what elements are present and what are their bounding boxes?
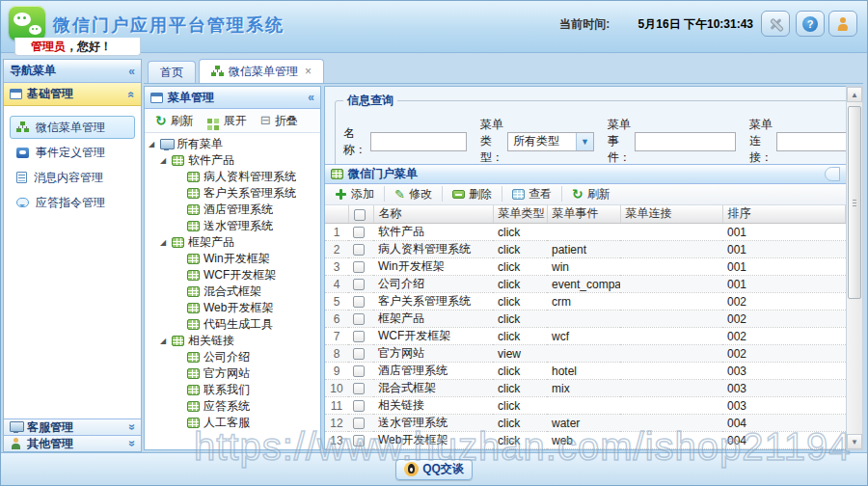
row-checkbox[interactable] <box>353 227 365 238</box>
tree-expand-all-button[interactable]: 展开 <box>203 111 252 131</box>
tree-expand-arrow-icon[interactable]: ◢ <box>158 337 168 345</box>
row-checkbox[interactable] <box>353 418 365 429</box>
table-row[interactable]: 1软件产品click001 <box>325 224 846 241</box>
cell-order: 002 <box>722 328 846 345</box>
tree-node[interactable]: ◢框架产品 <box>147 234 318 251</box>
accordion-other-management[interactable]: 其他管理 « <box>4 435 141 451</box>
table-row[interactable]: 5客户关系管理系统clickcrm002 <box>325 293 846 310</box>
sidebar-item-event-definition[interactable]: 事件定义管理 <box>10 141 135 164</box>
table-row[interactable]: 9酒店管理系统clickhotel003 <box>325 363 846 380</box>
sidebar-item-message-content[interactable]: 消息内容管理 <box>10 166 135 189</box>
sidebar-collapse-icon[interactable]: « <box>128 65 135 78</box>
table-row[interactable]: 3Win开发框架clickwin001 <box>325 258 846 276</box>
tree-collapse-all-button[interactable]: ⊟ 折叠 <box>256 111 303 131</box>
row-checkbox[interactable] <box>353 365 365 377</box>
tab-wechat-menu-management[interactable]: 微信菜单管理 × <box>199 59 324 83</box>
sidebar-item-reply-command[interactable]: 应答指令管理 <box>10 191 135 214</box>
table-icon <box>187 368 200 379</box>
delete-button[interactable]: 删除 <box>448 184 497 204</box>
row-checkbox[interactable] <box>353 400 365 412</box>
event-input[interactable] <box>635 132 736 151</box>
tree-collapse-icon[interactable]: « <box>308 91 314 104</box>
row-checkbox[interactable] <box>353 348 365 360</box>
tree-node[interactable]: 公司介绍 <box>147 349 318 365</box>
sidebar-item-wechat-menu[interactable]: 微信菜单管理 <box>10 116 135 139</box>
name-input[interactable] <box>370 132 467 151</box>
view-button[interactable]: 查看 <box>507 184 556 204</box>
col-name[interactable]: 名称 <box>373 205 493 224</box>
col-menu-event[interactable]: 菜单事件 <box>547 205 620 224</box>
table-row[interactable]: 7WCF开发框架clickwcf002 <box>325 328 846 345</box>
tree-node[interactable]: 混合式框架 <box>147 284 318 300</box>
tab-close-icon[interactable]: × <box>305 65 312 78</box>
chevron-down-icon[interactable]: « <box>125 441 139 447</box>
tree-node[interactable]: 客户关系管理系统 <box>147 185 318 202</box>
link-input[interactable] <box>776 132 846 151</box>
table-row[interactable]: 8官方网站view002 <box>325 345 846 363</box>
tree-node[interactable]: 送水管理系统 <box>147 218 318 234</box>
table-row[interactable]: 11相关链接click003 <box>325 397 846 415</box>
scroll-up-icon[interactable]: ▲ <box>847 87 862 102</box>
table-row[interactable]: 6框架产品click002 <box>325 310 846 328</box>
scroll-down-icon[interactable]: ▼ <box>847 434 862 449</box>
tree-node[interactable]: 官方网站 <box>147 365 318 382</box>
row-checkbox[interactable] <box>353 435 365 446</box>
cell-name: Web开发框架 <box>373 432 493 449</box>
chevron-down-icon[interactable]: « <box>125 424 139 431</box>
qq-chat-button[interactable]: QQ交谈 <box>395 459 473 480</box>
table-row[interactable]: 4公司介绍clickevent_company001 <box>325 276 846 293</box>
tree-expand-arrow-icon[interactable]: ◢ <box>158 238 168 247</box>
tree-node[interactable]: ◢相关链接 <box>147 333 318 349</box>
tree-node[interactable]: ◢所有菜单 <box>147 136 318 152</box>
tree-node[interactable]: Web开发框架 <box>147 300 318 316</box>
grid-refresh-button[interactable]: ↻ 刷新 <box>567 184 615 204</box>
select-all-checkbox[interactable] <box>354 209 366 221</box>
table-row[interactable]: 2病人资料管理系统clickpatient001 <box>325 241 846 258</box>
tree-node[interactable]: Win开发框架 <box>147 251 318 267</box>
tree-node-label: 混合式框架 <box>203 284 261 300</box>
tab-home[interactable]: 首页 <box>148 61 196 83</box>
add-button[interactable]: 添加 <box>330 184 379 204</box>
cell-name: 混合式框架 <box>373 380 493 397</box>
accordion-customer-service[interactable]: 客服管理 « <box>4 418 141 435</box>
accordion-base-management[interactable]: 基础管理 « <box>4 83 141 106</box>
row-checkbox[interactable] <box>353 331 365 342</box>
accordion-label: 基础管理 <box>27 86 73 102</box>
edit-button[interactable]: ✎ 修改 <box>390 184 437 204</box>
scrollbar-thumb[interactable] <box>848 106 861 299</box>
tree-refresh-button[interactable]: ↻ 刷新 <box>150 111 199 131</box>
table-icon <box>187 286 200 297</box>
row-checkbox[interactable] <box>353 244 365 256</box>
tree-node[interactable]: 酒店管理系统 <box>147 202 318 218</box>
tree-node[interactable]: ◢软件产品 <box>147 152 318 169</box>
menu-type-select[interactable]: 所有类型 ▼ <box>507 132 594 151</box>
logout-button[interactable] <box>828 11 857 37</box>
tree-expand-arrow-icon[interactable]: ◢ <box>158 156 168 165</box>
row-checkbox[interactable] <box>353 383 365 394</box>
row-checkbox[interactable] <box>353 296 365 308</box>
tree-node[interactable]: WCF开发框架 <box>147 267 318 284</box>
cell-menu-type: click <box>493 397 547 415</box>
row-checkbox[interactable] <box>353 261 365 273</box>
col-menu-link[interactable]: 菜单连接 <box>620 205 722 224</box>
settings-button[interactable] <box>761 11 790 37</box>
help-button[interactable]: ? <box>796 11 825 37</box>
tree-node[interactable]: 联系我们 <box>147 382 318 398</box>
tree-expand-arrow-icon[interactable]: ◢ <box>147 140 156 148</box>
col-menu-type[interactable]: 菜单类型 <box>493 205 547 224</box>
tree-node[interactable]: 代码生成工具 <box>147 316 318 333</box>
row-checkbox[interactable] <box>353 313 365 325</box>
tree-node[interactable]: 人工客服 <box>147 415 318 431</box>
table-row[interactable]: 10混合式框架clickmix003 <box>325 380 846 397</box>
row-checkbox[interactable] <box>353 279 365 290</box>
tree-node[interactable]: 病人资料管理系统 <box>147 169 318 185</box>
chevron-up-icon[interactable]: « <box>125 91 139 97</box>
tree-node[interactable]: 应答系统 <box>147 398 318 415</box>
select-dropdown-icon[interactable]: ▼ <box>576 133 593 150</box>
col-order[interactable]: 排序 <box>722 205 846 224</box>
table-row[interactable]: 13Web开发框架clickweb004 <box>325 432 846 449</box>
table-row[interactable]: 12送水管理系统clickwater004 <box>325 415 846 432</box>
grid-collapse-button[interactable] <box>825 167 840 181</box>
vertical-scrollbar[interactable]: ▲ ▼ <box>846 86 863 450</box>
person-icon <box>835 16 851 32</box>
